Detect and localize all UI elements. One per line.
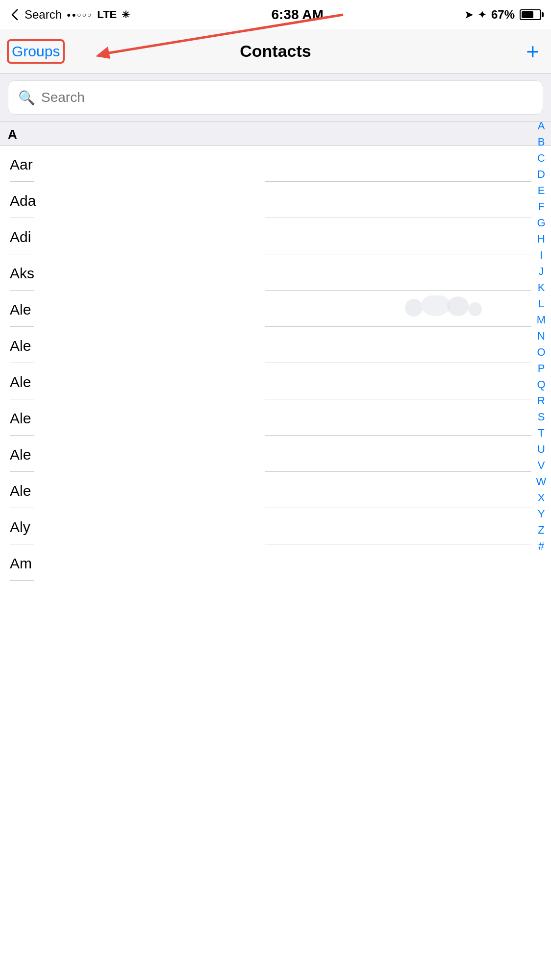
contact-name-5: Ale xyxy=(10,338,541,363)
contact-row-2[interactable]: Adi xyxy=(0,218,551,254)
battery-icon xyxy=(520,9,541,20)
contact-name-2: Adi xyxy=(10,229,541,254)
contact-row-6[interactable]: Ale xyxy=(0,363,551,399)
carrier-label: Search xyxy=(25,8,62,22)
contact-row-4[interactable]: Ale xyxy=(0,291,551,327)
contact-name-8: Ale xyxy=(10,446,541,472)
contact-name-1: Ada xyxy=(10,193,541,218)
back-arrow-icon xyxy=(10,8,20,22)
status-left: Search ●●○○○ LTE ✳︎ xyxy=(10,8,130,22)
contacts-scroll: Aar Ada Adi Aks xyxy=(0,146,551,980)
nav-bar: Groups Contacts + xyxy=(0,29,551,74)
contact-name-6: Ale xyxy=(10,374,541,399)
alpha-letter-e[interactable]: E xyxy=(538,182,545,198)
contact-name-0: Aar xyxy=(10,156,541,182)
status-time: 6:38 AM xyxy=(271,7,323,23)
search-input[interactable] xyxy=(41,90,533,105)
contact-row-8[interactable]: Ale xyxy=(0,436,551,472)
contact-name-10: Aly xyxy=(10,519,541,544)
contact-item-7[interactable]: Ale xyxy=(0,399,551,436)
alpha-index: ABCDEFGHIJKLMNOPQRSTUVWXYZ# xyxy=(531,118,551,554)
section-header-label: A xyxy=(8,127,17,142)
alpha-letter-o[interactable]: O xyxy=(537,344,545,360)
contact-row-11[interactable]: Am xyxy=(0,544,551,581)
status-right: ➤ ✦ 67% xyxy=(465,8,541,22)
contact-item-10[interactable]: Aly xyxy=(0,508,551,544)
contact-row-0[interactable]: Aar xyxy=(0,146,551,182)
signal-star-icon: ✳︎ xyxy=(122,9,130,21)
contact-item-6[interactable]: Ale xyxy=(0,363,551,399)
alpha-letter-t[interactable]: T xyxy=(538,425,544,441)
search-container: 🔍 xyxy=(0,74,551,122)
location-icon: ➤ xyxy=(465,9,473,21)
alpha-letter-m[interactable]: M xyxy=(537,312,546,328)
contact-item-2[interactable]: Adi xyxy=(0,218,551,254)
alpha-letter-r[interactable]: R xyxy=(537,392,545,409)
contact-name-7: Ale xyxy=(10,410,541,436)
alpha-letter-v[interactable]: V xyxy=(538,457,545,473)
contact-row-5[interactable]: Ale xyxy=(0,327,551,363)
alpha-letter-n[interactable]: N xyxy=(537,328,545,344)
alpha-letter-x[interactable]: X xyxy=(538,490,545,506)
alpha-letter-p[interactable]: P xyxy=(538,360,545,376)
groups-nav-area: Groups xyxy=(12,43,60,60)
alpha-letter-f[interactable]: F xyxy=(538,198,544,215)
contact-row-1[interactable]: Ada xyxy=(0,182,551,218)
alpha-letter-#[interactable]: # xyxy=(538,538,544,554)
groups-button[interactable]: Groups xyxy=(12,43,60,60)
alpha-letter-l[interactable]: L xyxy=(538,295,544,312)
bluetooth-icon: ✦ xyxy=(478,9,486,21)
divider-left-11 xyxy=(10,580,34,581)
contacts-list: Aar Ada Adi Aks xyxy=(0,146,551,581)
battery-percent: 67% xyxy=(491,8,515,22)
alpha-letter-y[interactable]: Y xyxy=(538,506,545,522)
alpha-letter-i[interactable]: I xyxy=(540,247,543,263)
contact-item-4[interactable]: Ale xyxy=(0,291,551,327)
signal-dots: ●●○○○ xyxy=(67,11,92,19)
contact-row-3[interactable]: Aks xyxy=(0,254,551,291)
contact-item-11[interactable]: Am xyxy=(0,544,551,581)
alpha-letter-q[interactable]: Q xyxy=(537,376,545,392)
contact-group-with-bubble: Ale xyxy=(0,291,551,327)
search-bar[interactable]: 🔍 xyxy=(8,80,543,115)
alpha-letter-g[interactable]: G xyxy=(537,215,545,231)
contact-name-9: Ale xyxy=(10,483,541,508)
contact-name-4: Ale xyxy=(10,301,541,327)
alpha-letter-j[interactable]: J xyxy=(539,263,544,279)
contact-name-3: Aks xyxy=(10,265,541,291)
alpha-letter-b[interactable]: B xyxy=(538,134,545,150)
alpha-letter-u[interactable]: U xyxy=(537,441,545,457)
alpha-letter-s[interactable]: S xyxy=(538,409,545,425)
status-bar: Search ●●○○○ LTE ✳︎ 6:38 AM ➤ ✦ 67% xyxy=(0,0,551,29)
contact-row-10[interactable]: Aly xyxy=(0,508,551,544)
alpha-letter-w[interactable]: W xyxy=(536,473,547,490)
alpha-letter-k[interactable]: K xyxy=(538,279,545,295)
contact-name-11: Am xyxy=(10,555,541,581)
contact-row-9[interactable]: Ale xyxy=(0,472,551,508)
alpha-letter-z[interactable]: Z xyxy=(538,522,544,538)
alpha-letter-h[interactable]: H xyxy=(537,231,545,247)
alpha-letter-a[interactable]: A xyxy=(538,118,545,134)
contact-item-9[interactable]: Ale xyxy=(0,472,551,508)
contact-item-5[interactable]: Ale xyxy=(0,327,551,363)
add-contact-button[interactable]: + xyxy=(526,40,539,63)
section-header-a: A xyxy=(0,122,551,146)
contact-item-8[interactable]: Ale xyxy=(0,436,551,472)
alpha-letter-d[interactable]: D xyxy=(537,166,545,182)
contact-item-3[interactable]: Aks xyxy=(0,254,551,291)
alpha-letter-c[interactable]: C xyxy=(537,150,545,166)
search-icon: 🔍 xyxy=(18,90,35,106)
nav-title: Contacts xyxy=(240,42,311,61)
contact-row-7[interactable]: Ale xyxy=(0,399,551,436)
network-type: LTE xyxy=(97,8,117,21)
contact-item-1[interactable]: Ada xyxy=(0,182,551,218)
contact-item-0[interactable]: Aar xyxy=(0,146,551,182)
